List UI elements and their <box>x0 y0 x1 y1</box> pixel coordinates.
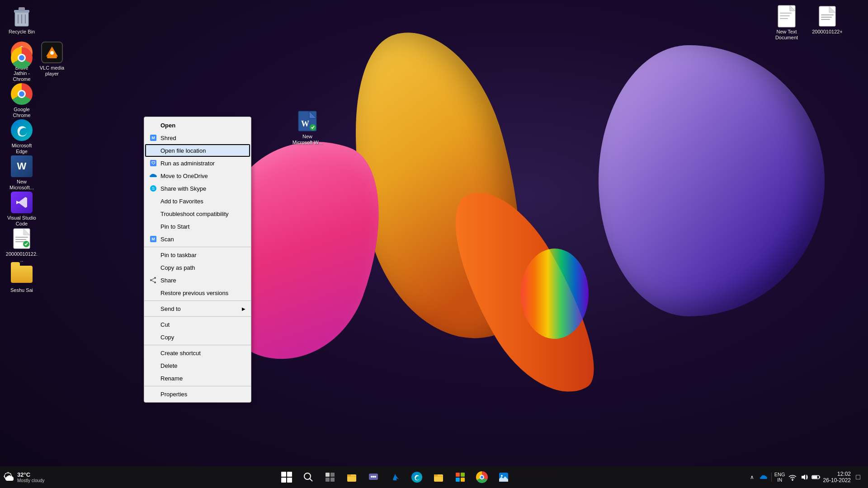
context-menu-delete[interactable]: Delete <box>144 359 251 372</box>
desktop-icon-ms-word-center[interactable]: W NewMicrosoft W... <box>289 108 326 147</box>
context-menu-scan-label: Scan <box>160 236 174 243</box>
send-to-icon <box>150 305 157 312</box>
svg-line-32 <box>310 479 312 481</box>
desktop-icon-vscode[interactable]: Visual StudioCode <box>4 190 40 229</box>
desktop-icon-google-chrome[interactable]: GoogleChrome <box>4 81 40 120</box>
context-menu-add-favorites[interactable]: Add to Favorites <box>144 195 251 207</box>
desktop-icon-seshu-sai[interactable]: Seshu Sai <box>4 262 40 295</box>
rename-icon <box>150 375 157 382</box>
context-menu-pin-taskbar[interactable]: Pin to taskbar <box>144 249 251 261</box>
svg-rect-38 <box>347 474 351 476</box>
svg-rect-21 <box>821 17 832 18</box>
delete-icon <box>150 362 157 369</box>
svg-point-40 <box>371 476 373 478</box>
svg-rect-19 <box>819 6 835 26</box>
context-menu-shred[interactable]: M Shred <box>144 131 251 144</box>
chrome-taskbar-button[interactable] <box>472 467 492 487</box>
svg-line-30 <box>152 281 154 282</box>
desktop-icon-file-20000[interactable]: 20000010122... <box>4 226 40 265</box>
separator-2 <box>144 300 251 301</box>
language-label: ENG <box>774 472 785 477</box>
onedrive-tray-icon[interactable] <box>760 473 769 482</box>
edge-label: MicrosoftEdge <box>12 143 32 155</box>
desktop-icon-new-text-doc[interactable]: New TextDocument <box>769 4 805 42</box>
context-menu-delete-label: Delete <box>160 362 178 369</box>
context-menu-properties[interactable]: Properties <box>144 388 251 400</box>
share-icon <box>150 277 157 284</box>
svg-text:W: W <box>301 119 309 128</box>
edge-taskbar-button[interactable] <box>407 467 427 487</box>
volume-icon[interactable] <box>800 473 809 482</box>
vlc-label: VLC mediaplayer <box>40 65 64 77</box>
taskbar-center <box>48 467 742 487</box>
file-explorer-taskbar[interactable] <box>342 467 362 487</box>
desktop-icon-edge[interactable]: MicrosoftEdge <box>4 117 40 156</box>
context-menu-restore[interactable]: Restore previous versions <box>144 286 251 299</box>
context-menu-rename-label: Rename <box>160 375 183 382</box>
notification-button[interactable]: □ <box>854 473 863 482</box>
svg-rect-7 <box>47 56 57 58</box>
pin-start-icon <box>150 223 157 230</box>
svg-point-51 <box>792 480 793 481</box>
weather-icon: 🌥 <box>4 471 14 483</box>
search-button[interactable] <box>298 467 318 487</box>
context-menu-pin-start[interactable]: Pin to Start <box>144 220 251 233</box>
context-menu-open[interactable]: Open <box>144 119 251 131</box>
start-button[interactable] <box>277 467 297 487</box>
context-menu-scan[interactable]: M Scan <box>144 233 251 245</box>
svg-rect-12 <box>15 241 24 242</box>
context-menu-run-as-admin[interactable]: 🛡 Run as administrator <box>144 157 251 169</box>
seshu-sai-icon <box>11 264 33 286</box>
context-menu-skype-label: Share with Skype <box>160 185 206 192</box>
file-2000-right-label: 2000010122+ <box>812 29 843 35</box>
svg-rect-22 <box>821 19 830 20</box>
svg-rect-18 <box>780 18 788 19</box>
svg-rect-2 <box>19 7 25 11</box>
tray-expand-button[interactable]: ∧ <box>748 473 757 482</box>
file-explorer-button[interactable] <box>429 467 448 487</box>
context-menu-open-label: Open <box>160 122 175 129</box>
seshu-sai-label: Seshu Sai <box>10 287 33 293</box>
tray-divider <box>771 473 772 482</box>
context-menu-troubleshoot[interactable]: Troubleshoot compatibility <box>144 207 251 220</box>
svg-point-8 <box>50 51 54 55</box>
context-menu-create-shortcut[interactable]: Create shortcut <box>144 347 251 359</box>
svg-point-50 <box>501 475 503 477</box>
svg-line-29 <box>152 278 154 280</box>
context-menu-skype[interactable]: S Share with Skype <box>144 182 251 195</box>
desktop-icon-file-2000-right[interactable]: 2000010122+ <box>809 4 845 37</box>
context-menu-rename[interactable]: Rename <box>144 372 251 385</box>
context-menu-cut[interactable]: Cut <box>144 318 251 331</box>
task-view-button[interactable] <box>320 467 340 487</box>
language-indicator[interactable]: ENG IN <box>774 472 785 483</box>
file-2000-right-icon <box>816 5 838 27</box>
weather-description: Mostly cloudy <box>17 478 45 483</box>
separator-1 <box>144 247 251 247</box>
context-menu-copy-path[interactable]: Copy as path <box>144 261 251 274</box>
azure-button[interactable] <box>385 467 405 487</box>
context-menu-onedrive[interactable]: Move to OneDrive <box>144 169 251 182</box>
desktop-icon-recycle-bin[interactable]: Recycle Bin <box>4 4 40 37</box>
desktop-icon-jathin-chrome[interactable]: Jathin -Chrome <box>4 45 40 84</box>
context-menu-send-to[interactable]: Send to ▶ <box>144 302 251 315</box>
context-menu-open-file-location[interactable]: Open file location <box>144 144 251 157</box>
properties-icon <box>150 390 157 398</box>
context-menu-pin-taskbar-label: Pin to taskbar <box>160 252 197 258</box>
chat-button[interactable] <box>363 467 383 487</box>
wifi-icon[interactable] <box>788 473 797 482</box>
clock-widget[interactable]: 12:02 26-10-2022 <box>823 471 851 483</box>
separator-3 <box>144 316 251 317</box>
photos-button[interactable] <box>494 467 514 487</box>
desktop-icon-new-microsoft[interactable]: W NewMicrosoft... <box>4 154 40 192</box>
svg-point-27 <box>154 282 156 283</box>
context-menu-copy[interactable]: Copy <box>144 331 251 343</box>
context-menu-share[interactable]: Share <box>144 274 251 286</box>
battery-icon[interactable] <box>811 473 821 482</box>
new-microsoft-label: NewMicrosoft... <box>9 179 34 191</box>
recycle-bin-icon <box>11 5 33 27</box>
weather-widget[interactable]: 🌥 32°C Mostly cloudy <box>0 471 48 483</box>
svg-point-26 <box>154 277 156 279</box>
svg-rect-45 <box>456 473 460 477</box>
svg-rect-47 <box>456 478 460 482</box>
ms-store-button[interactable] <box>450 467 470 487</box>
